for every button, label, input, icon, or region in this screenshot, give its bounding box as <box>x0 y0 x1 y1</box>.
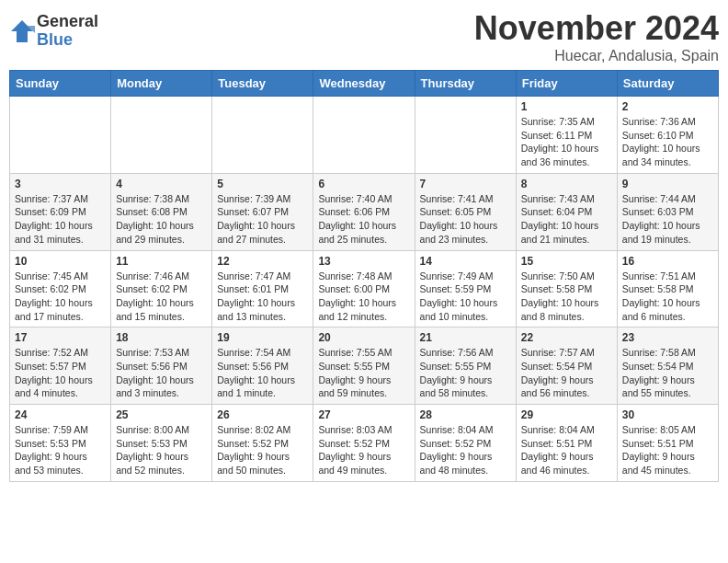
calendar-cell: 2Sunrise: 7:36 AM Sunset: 6:10 PM Daylig… <box>617 97 718 174</box>
calendar-cell: 25Sunrise: 8:00 AM Sunset: 5:53 PM Dayli… <box>111 405 212 482</box>
day-number: 26 <box>217 408 308 421</box>
day-number: 24 <box>15 408 106 421</box>
calendar-cell: 21Sunrise: 7:56 AM Sunset: 5:55 PM Dayli… <box>415 327 516 405</box>
day-info: Sunrise: 7:39 AM Sunset: 6:07 PM Dayligh… <box>217 192 308 247</box>
day-info: Sunrise: 7:49 AM Sunset: 5:59 PM Dayligh… <box>420 270 511 324</box>
day-number: 9 <box>622 178 713 190</box>
calendar-week-row: 24Sunrise: 7:59 AM Sunset: 5:53 PM Dayli… <box>10 405 719 482</box>
day-info: Sunrise: 7:53 AM Sunset: 5:56 PM Dayligh… <box>116 346 207 400</box>
calendar-cell: 4Sunrise: 7:38 AM Sunset: 6:08 PM Daylig… <box>111 173 212 250</box>
calendar-cell: 30Sunrise: 8:05 AM Sunset: 5:51 PM Dayli… <box>617 405 718 482</box>
calendar-week-row: 10Sunrise: 7:45 AM Sunset: 6:02 PM Dayli… <box>10 250 719 327</box>
calendar-cell: 20Sunrise: 7:55 AM Sunset: 5:55 PM Dayli… <box>313 327 415 405</box>
day-number: 1 <box>521 100 612 113</box>
day-number: 4 <box>116 178 207 190</box>
day-info: Sunrise: 7:44 AM Sunset: 6:03 PM Dayligh… <box>622 192 713 247</box>
calendar-cell: 26Sunrise: 8:02 AM Sunset: 5:52 PM Dayli… <box>212 405 313 482</box>
calendar-cell: 1Sunrise: 7:35 AM Sunset: 6:11 PM Daylig… <box>516 97 617 174</box>
day-number: 11 <box>116 255 207 268</box>
calendar-cell: 22Sunrise: 7:57 AM Sunset: 5:54 PM Dayli… <box>516 327 617 405</box>
day-of-week-header: Monday <box>111 71 212 97</box>
calendar-cell: 28Sunrise: 8:04 AM Sunset: 5:52 PM Dayli… <box>415 405 516 482</box>
day-info: Sunrise: 7:54 AM Sunset: 5:56 PM Dayligh… <box>217 346 308 400</box>
day-info: Sunrise: 8:02 AM Sunset: 5:52 PM Dayligh… <box>217 423 308 477</box>
day-info: Sunrise: 7:57 AM Sunset: 5:54 PM Dayligh… <box>521 346 612 400</box>
day-number: 28 <box>420 408 511 421</box>
day-info: Sunrise: 7:52 AM Sunset: 5:57 PM Dayligh… <box>15 346 106 400</box>
day-info: Sunrise: 8:00 AM Sunset: 5:53 PM Dayligh… <box>116 423 207 477</box>
calendar-cell: 6Sunrise: 7:40 AM Sunset: 6:06 PM Daylig… <box>313 173 415 250</box>
day-info: Sunrise: 8:05 AM Sunset: 5:51 PM Dayligh… <box>622 423 713 477</box>
calendar-cell: 13Sunrise: 7:48 AM Sunset: 6:00 PM Dayli… <box>313 250 415 327</box>
calendar-cell: 29Sunrise: 8:04 AM Sunset: 5:51 PM Dayli… <box>516 405 617 482</box>
calendar-cell <box>313 97 415 174</box>
day-number: 15 <box>521 255 612 268</box>
calendar-cell: 19Sunrise: 7:54 AM Sunset: 5:56 PM Dayli… <box>212 327 313 405</box>
calendar-cell <box>415 97 516 174</box>
calendar-cell: 9Sunrise: 7:44 AM Sunset: 6:03 PM Daylig… <box>617 173 718 250</box>
day-info: Sunrise: 7:48 AM Sunset: 6:00 PM Dayligh… <box>318 270 409 324</box>
day-info: Sunrise: 7:46 AM Sunset: 6:02 PM Dayligh… <box>116 270 207 324</box>
calendar-week-row: 3Sunrise: 7:37 AM Sunset: 6:09 PM Daylig… <box>10 173 719 250</box>
svg-marker-0 <box>11 20 33 42</box>
day-number: 27 <box>318 408 409 421</box>
calendar-cell: 27Sunrise: 8:03 AM Sunset: 5:52 PM Dayli… <box>313 405 415 482</box>
calendar-cell <box>111 97 212 174</box>
day-number: 2 <box>622 100 713 113</box>
day-number: 29 <box>521 408 612 421</box>
calendar-cell <box>10 97 111 174</box>
day-of-week-header: Friday <box>516 71 617 97</box>
day-of-week-header: Saturday <box>617 71 718 97</box>
day-info: Sunrise: 7:45 AM Sunset: 6:02 PM Dayligh… <box>15 270 106 324</box>
day-info: Sunrise: 7:38 AM Sunset: 6:08 PM Dayligh… <box>116 192 207 247</box>
calendar-cell: 16Sunrise: 7:51 AM Sunset: 5:58 PM Dayli… <box>617 250 718 327</box>
day-of-week-header: Sunday <box>10 71 111 97</box>
day-info: Sunrise: 7:41 AM Sunset: 6:05 PM Dayligh… <box>420 192 511 247</box>
logo-general: General <box>37 13 98 31</box>
month-title: November 2024 <box>474 9 719 48</box>
day-of-week-header: Thursday <box>415 71 516 97</box>
calendar-week-row: 1Sunrise: 7:35 AM Sunset: 6:11 PM Daylig… <box>10 97 719 174</box>
calendar-cell: 3Sunrise: 7:37 AM Sunset: 6:09 PM Daylig… <box>10 173 111 250</box>
day-number: 3 <box>15 178 106 190</box>
calendar-header-row: SundayMondayTuesdayWednesdayThursdayFrid… <box>10 71 719 97</box>
day-info: Sunrise: 7:40 AM Sunset: 6:06 PM Dayligh… <box>318 192 409 247</box>
day-number: 22 <box>521 331 612 344</box>
calendar-cell: 11Sunrise: 7:46 AM Sunset: 6:02 PM Dayli… <box>111 250 212 327</box>
day-number: 6 <box>318 178 409 190</box>
calendar: SundayMondayTuesdayWednesdayThursdayFrid… <box>9 70 719 482</box>
calendar-cell: 10Sunrise: 7:45 AM Sunset: 6:02 PM Dayli… <box>10 250 111 327</box>
calendar-cell: 14Sunrise: 7:49 AM Sunset: 5:59 PM Dayli… <box>415 250 516 327</box>
day-number: 30 <box>622 408 713 421</box>
calendar-cell: 7Sunrise: 7:41 AM Sunset: 6:05 PM Daylig… <box>415 173 516 250</box>
day-info: Sunrise: 8:04 AM Sunset: 5:51 PM Dayligh… <box>521 423 612 477</box>
day-number: 10 <box>15 255 106 268</box>
logo-icon <box>9 18 35 44</box>
day-number: 19 <box>217 331 308 344</box>
day-number: 12 <box>217 255 308 268</box>
day-info: Sunrise: 8:04 AM Sunset: 5:52 PM Dayligh… <box>420 423 511 477</box>
title-area: November 2024 Huecar, Andalusia, Spain <box>474 9 719 64</box>
day-info: Sunrise: 7:58 AM Sunset: 5:54 PM Dayligh… <box>622 346 713 400</box>
day-info: Sunrise: 7:51 AM Sunset: 5:58 PM Dayligh… <box>622 270 713 324</box>
day-info: Sunrise: 7:37 AM Sunset: 6:09 PM Dayligh… <box>15 192 106 247</box>
calendar-week-row: 17Sunrise: 7:52 AM Sunset: 5:57 PM Dayli… <box>10 327 719 405</box>
day-info: Sunrise: 7:43 AM Sunset: 6:04 PM Dayligh… <box>521 192 612 247</box>
day-info: Sunrise: 7:50 AM Sunset: 5:58 PM Dayligh… <box>521 270 612 324</box>
day-number: 8 <box>521 178 612 190</box>
day-info: Sunrise: 7:55 AM Sunset: 5:55 PM Dayligh… <box>318 346 409 400</box>
calendar-cell: 8Sunrise: 7:43 AM Sunset: 6:04 PM Daylig… <box>516 173 617 250</box>
day-info: Sunrise: 7:59 AM Sunset: 5:53 PM Dayligh… <box>15 423 106 477</box>
day-number: 23 <box>622 331 713 344</box>
day-info: Sunrise: 7:56 AM Sunset: 5:55 PM Dayligh… <box>420 346 511 400</box>
logo-blue: Blue <box>37 31 98 50</box>
calendar-cell: 12Sunrise: 7:47 AM Sunset: 6:01 PM Dayli… <box>212 250 313 327</box>
location-title: Huecar, Andalusia, Spain <box>474 48 719 64</box>
day-of-week-header: Wednesday <box>313 71 415 97</box>
day-number: 14 <box>420 255 511 268</box>
day-info: Sunrise: 8:03 AM Sunset: 5:52 PM Dayligh… <box>318 423 409 477</box>
calendar-cell: 23Sunrise: 7:58 AM Sunset: 5:54 PM Dayli… <box>617 327 718 405</box>
calendar-cell <box>212 97 313 174</box>
day-info: Sunrise: 7:47 AM Sunset: 6:01 PM Dayligh… <box>217 270 308 324</box>
calendar-cell: 5Sunrise: 7:39 AM Sunset: 6:07 PM Daylig… <box>212 173 313 250</box>
